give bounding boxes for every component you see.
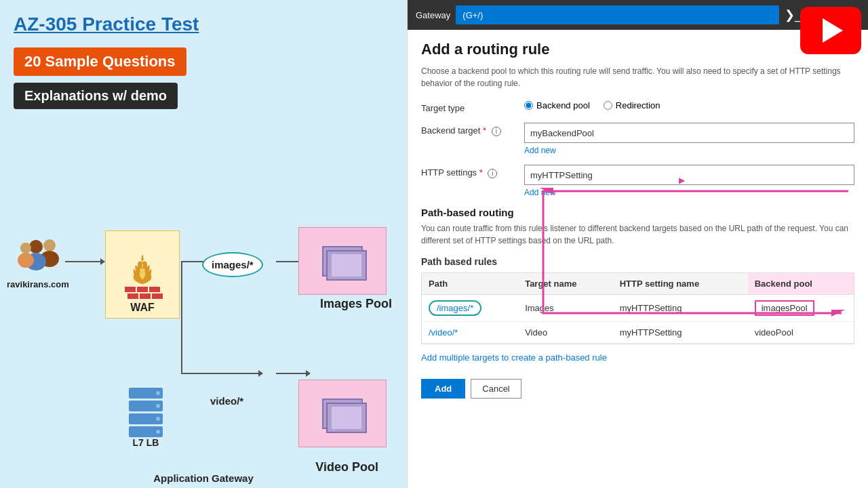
path-routing-title: Path-based routing	[421, 207, 854, 218]
badge-orange: 20 Sample Questions	[14, 47, 186, 76]
website-label: ravikirans.com	[7, 279, 69, 289]
path-rules-label: Path based rules	[421, 256, 854, 267]
http-settings-row: HTTP settings * i Add new	[421, 165, 854, 197]
l7lb-label: L7 LB	[133, 437, 159, 448]
svg-point-4	[20, 243, 31, 253]
path-rules-table: Path Target name HTTP setting name Backe…	[422, 273, 854, 344]
server-unit-4	[129, 426, 163, 437]
play-triangle-icon	[823, 18, 843, 43]
col-path: Path	[422, 273, 518, 295]
cell-backend-video: videoPool	[748, 322, 854, 344]
cancel-button[interactable]: Cancel	[471, 379, 521, 399]
path-link-video[interactable]: /video/*	[429, 327, 458, 338]
l7lb-box: L7 LB	[119, 383, 173, 451]
video-card-back	[326, 403, 367, 433]
cell-target-video: Video	[518, 322, 612, 344]
http-settings-label: HTTP settings * i	[421, 165, 516, 178]
btn-row: Add Cancel	[421, 379, 854, 399]
info-icon-2[interactable]: i	[488, 169, 497, 178]
description-text: Choose a backend pool to which this rout…	[421, 65, 854, 89]
col-http: HTTP setting name	[613, 273, 748, 295]
col-target: Target name	[518, 273, 612, 295]
arrow-video-pool	[276, 373, 310, 374]
http-settings-input[interactable]	[524, 165, 854, 185]
app-gateway-label: Application Gateway	[153, 472, 254, 484]
title-link[interactable]: AZ-305 Practice Test	[14, 14, 393, 35]
cell-path-video: /video/*	[422, 322, 518, 344]
cell-backend-images: imagesPool	[748, 295, 854, 322]
waf-flame-icon	[122, 251, 163, 299]
page-title: Add a routing rule	[421, 41, 854, 58]
add-button[interactable]: Add	[421, 379, 465, 399]
svg-point-2	[29, 240, 43, 253]
images-pool-highlight: imagesPool	[755, 300, 814, 316]
svg-point-5	[18, 253, 34, 268]
images-pool-box	[298, 227, 387, 295]
svg-point-0	[43, 239, 56, 251]
images-pool-label: Images Pool	[320, 297, 392, 311]
backend-target-row: Backend target * i Add new	[421, 123, 854, 155]
server-unit-2	[129, 401, 163, 411]
radio-redirect-input[interactable]	[604, 101, 612, 110]
add-targets-link[interactable]: Add multiple targets to create a path-ba…	[421, 352, 607, 363]
badge-dark: Explanations w/ demo	[14, 83, 178, 109]
images-pool-stack	[322, 246, 363, 277]
table-row-video[interactable]: /video/* Video myHTTPSetting videoPool	[422, 322, 854, 344]
search-bar[interactable]: (G+/)	[456, 5, 779, 24]
right-panel: Gateway (G+/) ❯_ ☁ ☰ ⚙ Add a routing rul…	[407, 0, 868, 488]
server-unit-1	[129, 388, 163, 399]
gateway-label: Gateway	[416, 10, 450, 20]
radio-backend-input[interactable]	[524, 101, 533, 110]
image-card-back	[326, 250, 367, 281]
add-new-backend-link[interactable]: Add new	[524, 146, 854, 155]
required-star-2: *	[479, 167, 483, 178]
video-pool-stack	[322, 399, 363, 429]
video-pool-box	[298, 380, 387, 447]
info-icon-1[interactable]: i	[492, 127, 501, 136]
people-icon	[12, 237, 66, 278]
path-routing-desc: You can route traffic from this rule's l…	[421, 222, 854, 247]
arrow-down-video	[181, 262, 182, 374]
col-backend: Backend pool	[748, 273, 854, 295]
wall-row-2	[127, 293, 163, 299]
waf-label: WAF	[130, 302, 155, 314]
top-bar: Gateway (G+/) ❯_ ☁ ☰ ⚙	[408, 0, 868, 30]
required-star-1: *	[483, 125, 486, 136]
terminal-icon[interactable]: ❯_	[785, 7, 802, 22]
radio-group: Backend pool Redirection	[524, 100, 854, 110]
diagram-area: ravikirans.com WAF	[0, 224, 407, 488]
arrow-right-video	[181, 373, 262, 374]
server-stack	[129, 388, 163, 437]
target-type-label: Target type	[421, 100, 516, 113]
path-bubble-images: /images/*	[429, 300, 481, 316]
video-pool-label: Video Pool	[315, 460, 378, 474]
target-type-row: Target type Backend pool Redirection	[421, 100, 854, 113]
cell-http-video: myHTTPSetting	[613, 322, 748, 344]
left-panel: AZ-305 Practice Test 20 Sample Questions…	[0, 0, 407, 488]
search-value: (G+/)	[462, 10, 483, 20]
radio-redirect-label: Redirection	[616, 100, 660, 110]
video-path-label: video/*	[210, 395, 243, 407]
add-new-http-link[interactable]: Add new	[524, 188, 854, 197]
backend-target-controls: Add new	[524, 123, 854, 155]
backend-target-label: Backend target * i	[421, 123, 516, 136]
youtube-play-button[interactable]	[800, 7, 861, 54]
backend-target-input[interactable]	[524, 123, 854, 143]
table-container: Path Target name HTTP setting name Backe…	[421, 272, 854, 344]
content-area: Add a routing rule Choose a backend pool…	[408, 30, 868, 488]
http-settings-controls: Add new	[524, 165, 854, 197]
radio-backend-pool[interactable]: Backend pool	[524, 100, 590, 110]
waf-box: WAF	[105, 230, 180, 319]
cell-target-images: Images	[518, 295, 612, 322]
radio-redirection[interactable]: Redirection	[604, 100, 660, 110]
cell-http-images: myHTTPSetting	[613, 295, 748, 322]
server-unit-3	[129, 413, 163, 424]
target-type-controls: Backend pool Redirection	[524, 100, 854, 110]
images-bubble: images/*	[202, 252, 263, 277]
cell-path-images: /images/*	[422, 295, 518, 322]
radio-backend-label: Backend pool	[536, 100, 590, 110]
table-row-images[interactable]: /images/* Images myHTTPSetting imagesPoo…	[422, 295, 854, 322]
arrow-people-waf	[65, 261, 104, 262]
table-wrapper: Path Target name HTTP setting name Backe…	[421, 272, 854, 344]
wall-row-1	[125, 287, 160, 292]
